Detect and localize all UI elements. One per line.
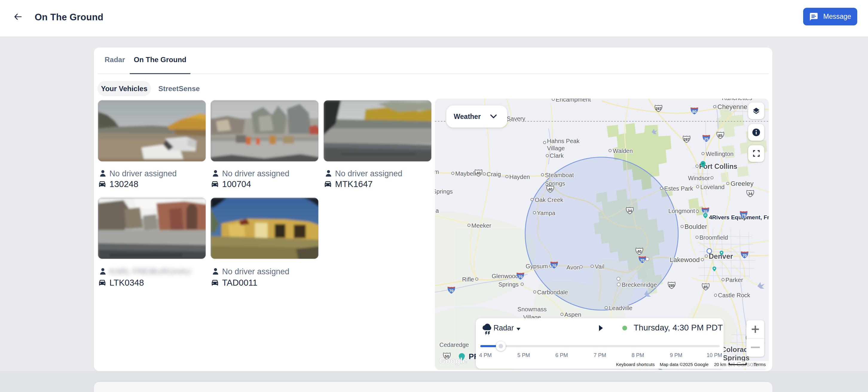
svg-text:Hahns Peak: Hahns Peak xyxy=(547,138,580,144)
svg-text:40: 40 xyxy=(637,249,642,254)
svg-text:70: 70 xyxy=(449,289,454,293)
svg-text:70: 70 xyxy=(552,264,556,268)
svg-text:70: 70 xyxy=(518,274,523,279)
svg-text:76: 76 xyxy=(742,213,746,218)
svg-text:34: 34 xyxy=(748,192,753,196)
svg-text:am: am xyxy=(435,168,439,175)
svg-text:Cheyenne: Cheyenne xyxy=(717,103,747,110)
svg-text:Loveland: Loveland xyxy=(700,184,724,190)
svg-text:70: 70 xyxy=(640,258,644,263)
svg-text:Snowmass: Snowmass xyxy=(517,306,547,313)
svg-text:Wellington: Wellington xyxy=(706,151,734,157)
svg-text:70: 70 xyxy=(742,253,747,258)
svg-text:Springs: Springs xyxy=(545,180,565,187)
svg-text:Greeley: Greeley xyxy=(731,180,753,187)
svg-text:85: 85 xyxy=(704,285,708,289)
svg-text:Parker: Parker xyxy=(725,277,743,283)
svg-text:Breckenridge: Breckenridge xyxy=(622,282,657,288)
svg-text:Aspen: Aspen xyxy=(564,311,581,318)
svg-text:Longmont: Longmont xyxy=(668,208,695,214)
svg-text:Glenwood: Glenwood xyxy=(492,273,519,280)
svg-text:Hayden: Hayden xyxy=(509,173,530,180)
svg-text:Avon: Avon xyxy=(566,264,580,271)
svg-text:Windsor: Windsor xyxy=(688,175,710,182)
svg-text:Craig: Craig xyxy=(487,171,501,177)
svg-text:a: a xyxy=(435,207,439,214)
svg-text:Gypsum: Gypsum xyxy=(526,263,548,269)
svg-text:40: 40 xyxy=(476,171,480,175)
svg-text:Lakewood: Lakewood xyxy=(670,256,700,264)
svg-text:Cedaredge: Cedaredge xyxy=(439,341,469,348)
svg-text:285: 285 xyxy=(669,284,675,288)
svg-text:Oak Creek: Oak Creek xyxy=(535,197,564,203)
svg-text:4Rivers Equipment, Fre: 4Rivers Equipment, Fre xyxy=(709,214,769,221)
svg-text:Encampment: Encampment xyxy=(556,99,591,103)
svg-text:Yampa: Yampa xyxy=(537,210,556,216)
svg-text:Leadville: Leadville xyxy=(609,305,632,311)
svg-text:Steamboat: Steamboat xyxy=(545,172,574,178)
svg-text:40: 40 xyxy=(548,187,552,192)
svg-text:Google: Google xyxy=(439,356,467,365)
svg-text:Meeker: Meeker xyxy=(471,222,491,229)
svg-text:287: 287 xyxy=(655,107,661,111)
svg-text:287: 287 xyxy=(684,137,689,142)
svg-text:34: 34 xyxy=(628,208,632,213)
svg-text:Castle Rock: Castle Rock xyxy=(718,292,750,298)
svg-text:Ranchettes: Ranchettes xyxy=(722,99,752,101)
svg-text:Broomfield: Broomfield xyxy=(700,234,728,241)
svg-text:Village: Village xyxy=(547,145,565,152)
svg-text:Vail: Vail xyxy=(595,263,604,270)
svg-text:Rifle: Rifle xyxy=(462,276,474,283)
svg-text:Springs: Springs xyxy=(498,281,519,288)
svg-text:Springs: Springs xyxy=(435,188,453,195)
svg-text:Savery: Savery xyxy=(507,115,525,122)
svg-text:Clark: Clark xyxy=(550,152,564,159)
svg-text:Maybell: Maybell xyxy=(455,170,476,177)
svg-text:Walden: Walden xyxy=(613,148,633,154)
svg-text:Estes Park: Estes Park xyxy=(664,185,693,192)
svg-text:85: 85 xyxy=(718,133,722,138)
svg-text:Carbondale: Carbondale xyxy=(537,289,568,295)
svg-text:Boulder: Boulder xyxy=(684,223,707,230)
svg-text:25: 25 xyxy=(704,137,708,141)
svg-text:80: 80 xyxy=(692,109,696,114)
